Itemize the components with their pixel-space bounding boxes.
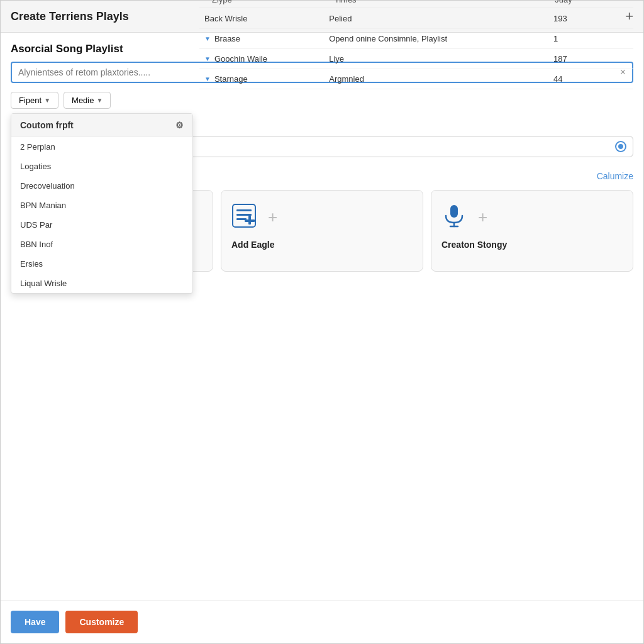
fipent-filter[interactable]: Fipent ▼	[11, 92, 58, 109]
plus-icon: +	[268, 208, 277, 227]
svg-rect-11	[245, 219, 255, 222]
dropdown-item[interactable]: BPN Manian	[11, 196, 192, 215]
calumize-link[interactable]: Calumize	[597, 171, 633, 181]
medie-filter[interactable]: Medie ▼	[64, 92, 111, 109]
card-label: Add Eagle	[231, 240, 274, 250]
have-button[interactable]: Have	[11, 611, 59, 633]
songs-table: Zlype Times Juay Back Wrisle Pelied 193 …	[199, 0, 633, 89]
svg-rect-7	[236, 209, 252, 211]
dropdown-item[interactable]: 2 Perplan	[11, 137, 192, 157]
table-header: Zlype Times Juay	[199, 0, 633, 8]
list-icon	[231, 203, 257, 231]
microphone-icon	[441, 203, 467, 231]
dropdown-item[interactable]: Logaties	[11, 157, 192, 176]
chevron-down-icon: ▼	[96, 97, 103, 104]
dropdown-header: Coutom frpft ⚙	[11, 114, 192, 137]
svg-rect-8	[236, 214, 252, 216]
chevron-down-icon: ▼	[204, 55, 211, 62]
radio-indicator	[616, 142, 625, 151]
dropdown-item[interactable]: UDS Par	[11, 215, 192, 235]
add-eagle-card[interactable]: + Add Eagle	[221, 190, 423, 272]
chevron-down-icon: ▼	[204, 75, 211, 82]
dropdown-item[interactable]: Liqual Wrisle	[11, 274, 192, 293]
customize-button[interactable]: Customize	[65, 611, 138, 633]
table-row[interactable]: ▼ Braase Opend onine Consimnle, Playlist…	[199, 29, 633, 49]
card-icons: +	[441, 203, 487, 231]
settings-icon: ⚙	[175, 120, 184, 130]
table-row[interactable]: ▼ Goochin Waile Liye 187	[199, 49, 633, 69]
creaton-stongy-card[interactable]: + Creaton Stongy	[431, 190, 633, 272]
plus-icon: +	[478, 208, 487, 227]
dropdown-menu: Coutom frpft ⚙ 2 Perplan Logaties Drecov…	[11, 113, 193, 294]
svg-rect-12	[450, 205, 458, 218]
card-icons: +	[231, 203, 277, 231]
card-label: Creaton Stongy	[441, 240, 507, 250]
chevron-down-icon: ▼	[44, 97, 50, 104]
table-row[interactable]: ▼ Starnage Argmnied 44	[199, 69, 633, 89]
filter-row: Fipent ▼ Medie ▼	[11, 92, 633, 109]
window-title: Create Terriens Playls	[11, 10, 129, 23]
chevron-down-icon: ▼	[204, 35, 211, 42]
dropdown-item[interactable]: BBN Inof	[11, 235, 192, 254]
dropdown-item[interactable]: Drecoveluation	[11, 176, 192, 196]
dropdown-item[interactable]: Ersies	[11, 254, 192, 274]
table-row[interactable]: Back Wrisle Pelied 193	[199, 9, 633, 29]
footer-buttons: Have Customize	[1, 600, 643, 643]
